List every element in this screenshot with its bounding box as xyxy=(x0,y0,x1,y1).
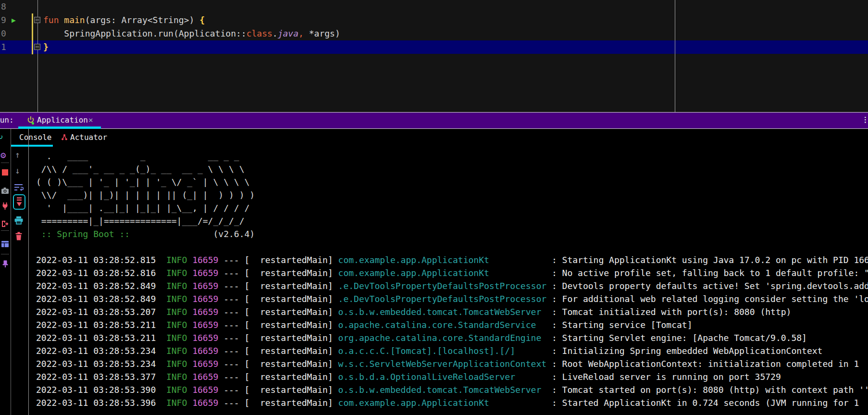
log-line: 2022-03-11 03:28:53.234 INFO 16659 --- [… xyxy=(36,359,859,369)
fold-start-icon[interactable] xyxy=(34,17,40,23)
scroll-to-end-button-selected[interactable] xyxy=(13,194,25,210)
layout-restore-icon[interactable] xyxy=(1,240,9,248)
settings-gear-icon[interactable]: ⚙ xyxy=(0,151,6,159)
scroll-to-end-icon xyxy=(15,197,23,207)
toolbar-divider xyxy=(1,163,9,163)
log-line: 2022-03-11 03:28:53.211 INFO 16659 --- [… xyxy=(36,320,693,330)
log-line: 2022-03-11 03:28:53.396 INFO 16659 --- [… xyxy=(36,398,859,408)
stop-icon[interactable] xyxy=(2,169,8,176)
fold-end-icon[interactable] xyxy=(34,44,40,50)
line-number: 0 xyxy=(1,27,8,40)
console-log-text: . ____ _ __ _ _ /\\ / ___'_ __ _ _(_)_ _… xyxy=(29,150,868,409)
log-line: 2022-03-11 03:28:53.234 INFO 16659 --- [… xyxy=(36,346,822,356)
plug-hotswap-icon[interactable] xyxy=(1,202,9,210)
toolbar-divider xyxy=(1,230,9,231)
log-line: 2022-03-11 03:28:53.211 INFO 16659 --- [… xyxy=(36,333,807,343)
log-line: 2022-03-11 03:28:53.207 INFO 16659 --- [… xyxy=(36,307,791,317)
log-line: 2022-03-11 03:28:53.377 INFO 16659 --- [… xyxy=(36,372,781,382)
run-gutter-icon[interactable]: ▶ xyxy=(12,13,16,27)
rerun-icon[interactable]: ↻ xyxy=(0,132,3,140)
log-line: 2022-03-11 03:28:52.849 INFO 16659 --- [… xyxy=(36,281,868,291)
spring-run-config-icon xyxy=(26,115,35,125)
line-number: 8 xyxy=(1,0,8,13)
line-number: 9 xyxy=(1,13,8,27)
pin-tab-icon[interactable] xyxy=(1,260,9,268)
line-number: 1 xyxy=(1,40,8,54)
modified-lines-bar xyxy=(32,13,33,54)
exit-process-icon[interactable] xyxy=(1,220,9,228)
code-editor[interactable]: 8901 ▶ fun main(args: Array<String>) { S… xyxy=(0,0,868,112)
soft-wrap-icon[interactable] xyxy=(14,183,24,191)
actuator-icon xyxy=(61,134,68,141)
console-view-tabs: Console Actuator xyxy=(0,129,868,147)
code-line: SpringApplication.run(Application::class… xyxy=(43,27,340,40)
log-line: 2022-03-11 03:28:53.390 INFO 16659 --- [… xyxy=(36,385,868,395)
active-console-tab-underline xyxy=(11,145,53,147)
camera-thread-dump-icon[interactable] xyxy=(1,187,9,194)
log-line: 2022-03-11 03:28:52.815 INFO 16659 --- [… xyxy=(36,255,868,265)
up-stack-trace-icon[interactable]: ↑ xyxy=(15,151,20,159)
console-output[interactable]: . ____ _ __ _ _ /\\ / ___'_ __ _ _(_)_ _… xyxy=(29,150,868,415)
right-margin-guide xyxy=(675,0,675,112)
more-options-icon[interactable]: ⋮ xyxy=(862,113,868,128)
tab-actuator[interactable]: Actuator xyxy=(70,129,107,147)
clear-all-trash-icon[interactable] xyxy=(15,232,23,240)
code-line: fun main(args: Array<String>) { xyxy=(43,13,205,27)
log-line: 2022-03-11 03:28:52.816 INFO 16659 --- [… xyxy=(36,268,868,278)
toolbar-separator xyxy=(11,129,11,415)
run-toolwindow-header: Run: Application × ⋮ xyxy=(0,113,868,128)
log-line: 2022-03-11 03:28:52.849 INFO 16659 --- [… xyxy=(36,294,868,304)
toolbar-divider xyxy=(1,254,9,254)
print-icon[interactable] xyxy=(14,216,24,225)
down-stack-trace-icon[interactable]: ↓ xyxy=(15,166,20,175)
caret-line-highlight xyxy=(0,40,868,54)
code-line: } xyxy=(43,40,49,54)
tab-console[interactable]: Console xyxy=(19,129,51,147)
ide-window: 8901 ▶ fun main(args: Array<String>) { S… xyxy=(0,0,868,415)
run-window-title: Run: xyxy=(0,113,14,128)
